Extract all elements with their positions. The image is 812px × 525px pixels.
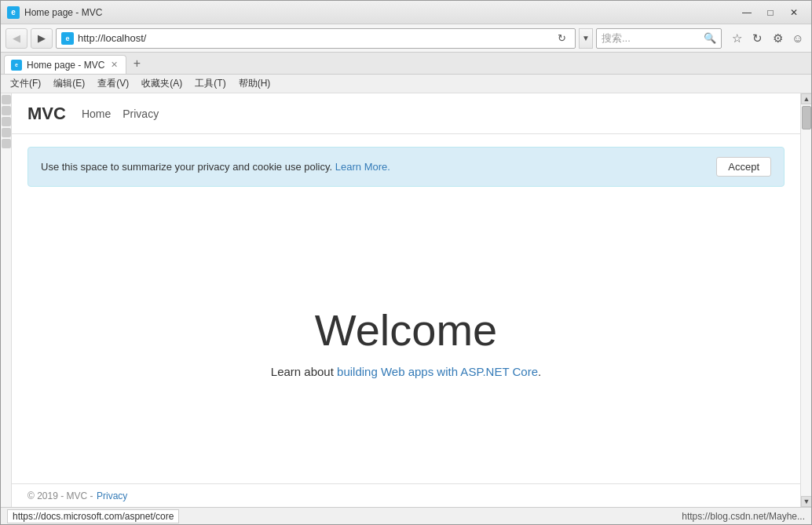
tab-label: Home page - MVC bbox=[27, 60, 104, 71]
status-right: https://blog.csdn.net/Mayhe... bbox=[682, 511, 805, 522]
menu-edit[interactable]: 编辑(E) bbox=[47, 75, 91, 92]
title-bar-text: Home page - MVC bbox=[24, 7, 102, 18]
search-placeholder: 搜索... bbox=[602, 31, 704, 46]
cookie-message: Use this space to summarize your privacy… bbox=[41, 161, 332, 173]
footer-privacy-link[interactable]: Privacy bbox=[97, 490, 127, 501]
url-text: http://localhost/ bbox=[78, 32, 553, 44]
mvc-navbar: MVC Home Privacy bbox=[12, 93, 800, 134]
maximize-button[interactable]: □ bbox=[759, 4, 781, 21]
browser-tab[interactable]: e Home page - MVC ✕ bbox=[4, 55, 126, 74]
scroll-track bbox=[801, 104, 811, 496]
search-icon[interactable]: 🔍 bbox=[704, 32, 716, 44]
address-dropdown[interactable]: ▼ bbox=[579, 28, 593, 49]
back-button[interactable]: ◀ bbox=[5, 28, 27, 49]
menu-file[interactable]: 文件(F) bbox=[4, 75, 47, 92]
minimize-button[interactable]: — bbox=[736, 4, 758, 21]
refresh-button[interactable]: ↻ bbox=[553, 30, 570, 47]
address-bar: ◀ ▶ e http://localhost/ ↻ ▼ 搜索... 🔍 ☆ ↻ … bbox=[1, 24, 811, 53]
footer-copy: © 2019 - MVC - bbox=[27, 490, 93, 501]
side-btn-5 bbox=[2, 139, 11, 148]
side-controls bbox=[1, 93, 12, 507]
settings-icon[interactable]: ⚙ bbox=[769, 30, 786, 47]
page-area: MVC Home Privacy Use this space to summa… bbox=[12, 93, 800, 507]
scrollbar: ▲ ▼ bbox=[800, 93, 811, 507]
menu-help[interactable]: 帮助(H) bbox=[232, 75, 277, 92]
browser-content: MVC Home Privacy Use this space to summa… bbox=[1, 93, 811, 507]
toolbar-icons: ☆ ↻ ⚙ ☺ bbox=[728, 30, 807, 47]
title-bar: e Home page - MVC — □ ✕ bbox=[1, 1, 811, 24]
scroll-thumb[interactable] bbox=[802, 106, 811, 129]
aspnet-core-link[interactable]: building Web apps with ASP.NET Core bbox=[337, 365, 538, 378]
title-bar-controls: — □ ✕ bbox=[736, 4, 805, 21]
side-btn-1 bbox=[2, 95, 11, 104]
learn-more-link[interactable]: Learn More. bbox=[335, 161, 390, 173]
forward-button[interactable]: ▶ bbox=[31, 28, 53, 49]
tab-bar: e Home page - MVC ✕ + bbox=[1, 53, 811, 75]
nav-privacy[interactable]: Privacy bbox=[123, 108, 159, 120]
side-btn-3 bbox=[2, 117, 11, 126]
menu-tools[interactable]: 工具(T) bbox=[188, 75, 232, 92]
nav-links: Home Privacy bbox=[82, 108, 159, 120]
scroll-up-button[interactable]: ▲ bbox=[801, 93, 811, 104]
search-field[interactable]: 搜索... 🔍 bbox=[596, 28, 722, 49]
side-btn-4 bbox=[2, 128, 11, 137]
menu-favorites[interactable]: 收藏夹(A) bbox=[135, 75, 188, 92]
accept-button[interactable]: Accept bbox=[716, 157, 771, 177]
new-tab-button[interactable]: + bbox=[128, 55, 145, 72]
page-footer: © 2019 - MVC - Privacy bbox=[12, 483, 800, 507]
learn-prefix: Learn about bbox=[271, 365, 337, 378]
welcome-heading: Welcome bbox=[315, 304, 497, 355]
main-content: Welcome Learn about building Web apps wi… bbox=[12, 199, 800, 483]
ie-icon: e bbox=[7, 6, 20, 19]
cookie-text: Use this space to summarize your privacy… bbox=[41, 161, 390, 173]
scroll-down-button[interactable]: ▼ bbox=[801, 496, 811, 507]
close-button[interactable]: ✕ bbox=[783, 4, 805, 21]
side-btn-2 bbox=[2, 106, 11, 115]
refresh-icon[interactable]: ↻ bbox=[748, 30, 766, 47]
emoji-icon[interactable]: ☺ bbox=[789, 30, 807, 47]
menu-view[interactable]: 查看(V) bbox=[91, 75, 135, 92]
site-icon: e bbox=[61, 32, 74, 45]
cookie-banner: Use this space to summarize your privacy… bbox=[27, 147, 785, 187]
favorites-icon[interactable]: ☆ bbox=[728, 30, 745, 47]
tab-close-button[interactable]: ✕ bbox=[109, 58, 119, 71]
learn-text: Learn about building Web apps with ASP.N… bbox=[271, 365, 541, 378]
brand-logo[interactable]: MVC bbox=[27, 104, 66, 124]
tab-favicon: e bbox=[11, 60, 22, 71]
status-bar: https://docs.microsoft.com/aspnet/core h… bbox=[1, 507, 811, 524]
address-field[interactable]: e http://localhost/ ↻ bbox=[56, 28, 576, 49]
title-bar-left: e Home page - MVC bbox=[7, 6, 102, 19]
status-url: https://docs.microsoft.com/aspnet/core bbox=[7, 509, 179, 523]
menu-bar: 文件(F) 编辑(E) 查看(V) 收藏夹(A) 工具(T) 帮助(H) bbox=[1, 75, 811, 93]
learn-suffix: . bbox=[538, 365, 541, 378]
browser-window: e Home page - MVC — □ ✕ ◀ ▶ e http://loc… bbox=[0, 0, 812, 525]
nav-home[interactable]: Home bbox=[82, 108, 111, 120]
